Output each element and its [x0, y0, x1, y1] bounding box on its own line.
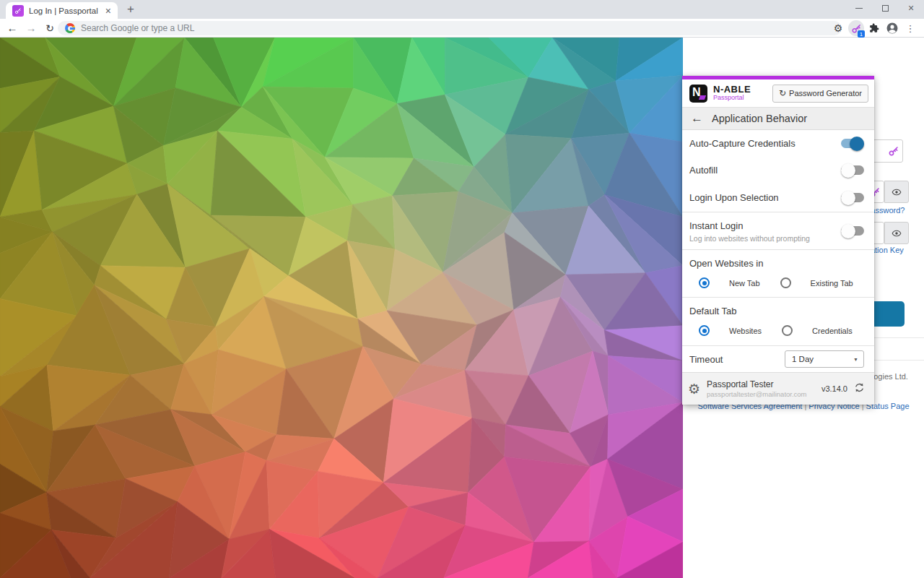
address-placeholder: Search Google or type a URL [81, 23, 194, 33]
auto-capture-toggle[interactable] [841, 137, 864, 151]
popup-header: N N-ABLE Passportal ↻ Password Generator [682, 79, 874, 107]
extensions-puzzle-icon[interactable] [866, 20, 882, 36]
default-tab-group: Default Tab Websites Credentials [682, 298, 874, 345]
page-content: Password? ization Key © 2021 N-able Solu… [0, 38, 924, 578]
toggle-row-autofill: Autofill [682, 157, 874, 184]
new-tab-button[interactable]: + [124, 3, 137, 16]
timeout-row: Timeout 1 Day ▼ [682, 346, 874, 372]
radio-credentials[interactable] [782, 325, 793, 336]
passportal-popup: N N-ABLE Passportal ↻ Password Generator… [682, 76, 874, 405]
window-maximize-button[interactable] [872, 0, 898, 16]
background-art [0, 38, 683, 578]
section-title: Application Behavior [712, 113, 807, 124]
browser-tab[interactable]: Log In | Passportal × [6, 2, 118, 19]
back-arrow-icon[interactable]: ← [691, 111, 703, 126]
regenerate-icon: ↻ [779, 88, 786, 98]
address-bar[interactable]: Search Google or type a URL [58, 21, 842, 35]
window-close-button[interactable]: × [898, 0, 924, 16]
autofill-toggle[interactable] [841, 163, 864, 178]
browser-toolbar: ← → ↻ Search Google or type a URL ⚙ 1 ⋮ [0, 19, 924, 38]
chevron-down-icon: ▼ [853, 357, 858, 362]
open-websites-group: Open Websites in New Tab Existing Tab [682, 250, 874, 297]
window-controls: × [846, 0, 924, 16]
extension-badge: 1 [858, 30, 865, 38]
nable-logo: N [689, 85, 707, 103]
password-visibility-button[interactable] [884, 181, 909, 203]
instant-login-subtext: Log into websites without prompting [689, 234, 810, 243]
browser-window: Log In | Passportal × + × ← → ↻ Search G… [0, 0, 924, 578]
toolbar-extension-icons: ⚙ 1 ⋮ [830, 19, 918, 38]
password-generator-button[interactable]: ↻ Password Generator [772, 85, 868, 103]
forward-icon[interactable]: → [22, 20, 40, 37]
tab-title: Log In | Passportal [29, 7, 103, 15]
tab-close-icon[interactable]: × [103, 5, 113, 17]
passportal-favicon-icon [12, 5, 24, 17]
timeout-select[interactable]: 1 Day ▼ [785, 350, 864, 368]
menu-dots-icon[interactable]: ⋮ [902, 20, 918, 36]
toggle-row-instant-login: Instant Login Log into websites without … [682, 212, 874, 249]
sync-icon[interactable] [853, 381, 866, 397]
account-name: Passportal Tester [707, 379, 806, 389]
profile-avatar-icon[interactable] [884, 20, 900, 36]
version-label: v3.14.0 [821, 384, 847, 393]
settings-gear-icon[interactable]: ⚙ [688, 381, 700, 397]
orgkey-visibility-button[interactable] [884, 222, 909, 244]
radio-existing-tab[interactable] [780, 277, 791, 288]
popup-section-header: ← Application Behavior [682, 107, 874, 130]
radio-websites[interactable] [699, 325, 710, 336]
browser-titlebar: Log In | Passportal × + × [0, 0, 924, 19]
brand-product: Passportal [713, 95, 751, 101]
popup-footer: ⚙ Passportal Tester passportaltester@mai… [682, 372, 874, 405]
extension-gear-icon[interactable]: ⚙ [830, 20, 846, 36]
login-upon-selection-toggle[interactable] [841, 191, 864, 205]
window-minimize-button[interactable] [846, 0, 872, 16]
passportal-extension-icon[interactable]: 1 [848, 20, 864, 36]
radio-new-tab[interactable] [699, 277, 710, 288]
brand-name: N-ABLE [713, 85, 751, 95]
autofill-key-icon[interactable] [888, 145, 899, 160]
toggle-row-auto-capture: Auto-Capture Credentials [682, 130, 874, 157]
toggle-row-login-upon-selection: Login Upon Selection [682, 184, 874, 212]
instant-login-toggle[interactable] [841, 224, 864, 238]
reload-icon[interactable]: ↻ [40, 20, 59, 37]
back-icon[interactable]: ← [3, 20, 22, 37]
google-icon [65, 23, 75, 33]
password-generator-label: Password Generator [789, 89, 862, 98]
account-email: passportaltester@mailinator.com [707, 390, 806, 398]
